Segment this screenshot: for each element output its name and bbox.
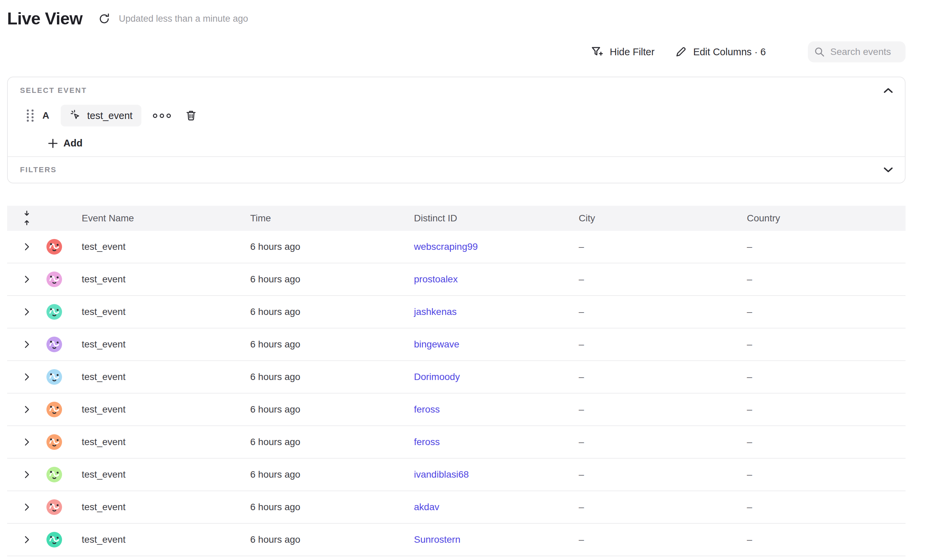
time-cell: 6 hours ago xyxy=(250,437,414,448)
expand-row-button[interactable] xyxy=(21,273,32,286)
time-cell: 6 hours ago xyxy=(250,274,414,285)
updated-text: Updated less than a minute ago xyxy=(119,14,248,24)
edit-columns-label: Edit Columns · 6 xyxy=(693,46,766,58)
chevron-right-icon xyxy=(23,372,31,382)
city-cell: – xyxy=(579,339,747,350)
chevron-right-icon xyxy=(23,438,31,446)
time-cell: 6 hours ago xyxy=(250,469,414,480)
event-row: A test_event xyxy=(20,105,895,127)
event-letter: A xyxy=(42,110,49,121)
cursor-click-icon xyxy=(69,109,82,122)
add-event-button[interactable]: Add xyxy=(48,138,82,149)
expand-row-button[interactable] xyxy=(21,403,32,416)
expand-row-button[interactable] xyxy=(21,435,32,448)
city-cell: – xyxy=(579,469,747,480)
distinct-id-link[interactable]: Dorimoody xyxy=(414,372,460,382)
event-name-cell: test_event xyxy=(82,534,250,545)
event-select-button[interactable]: test_event xyxy=(61,105,142,126)
page-title: Live View xyxy=(7,8,82,30)
avatar xyxy=(46,272,62,287)
time-cell: 6 hours ago xyxy=(250,306,414,317)
table-row: test_event 6 hours ago prostoalex – – xyxy=(7,263,905,296)
distinct-id-link[interactable]: webscraping99 xyxy=(414,242,478,252)
drag-handle[interactable] xyxy=(27,109,34,122)
distinct-id-link[interactable]: akdav xyxy=(414,502,439,512)
select-event-label: SELECT EVENT xyxy=(20,86,87,95)
chevron-right-icon xyxy=(23,405,31,414)
table-row: test_event 6 hours ago ivandiblasi68 – – xyxy=(7,458,905,491)
time-cell: 6 hours ago xyxy=(250,404,414,415)
expand-row-button[interactable] xyxy=(21,305,32,318)
event-name-cell: test_event xyxy=(82,339,250,350)
country-cell: – xyxy=(747,242,905,252)
avatar xyxy=(46,532,62,548)
avatar xyxy=(46,304,62,320)
table-row: test_event 6 hours ago feross – – xyxy=(7,426,905,458)
edit-columns-button[interactable]: Edit Columns · 6 xyxy=(674,45,766,58)
time-cell: 6 hours ago xyxy=(250,372,414,382)
time-cell: 6 hours ago xyxy=(250,242,414,252)
chevron-up-icon xyxy=(883,88,893,94)
collapse-section-button[interactable] xyxy=(882,86,895,95)
column-header-distinct-id: Distinct ID xyxy=(414,213,579,224)
avatar xyxy=(46,369,62,385)
chevron-right-icon xyxy=(23,503,31,512)
select-event-section: SELECT EVENT A test_event xyxy=(8,77,905,149)
expand-row-button[interactable] xyxy=(21,501,32,514)
city-cell: – xyxy=(579,502,747,512)
city-cell: – xyxy=(579,404,747,415)
add-button-label: Add xyxy=(63,138,82,149)
chevron-right-icon xyxy=(23,275,31,284)
expand-row-button[interactable] xyxy=(21,240,32,253)
search-input[interactable] xyxy=(830,46,899,58)
chevron-right-icon xyxy=(23,535,31,544)
refresh-icon xyxy=(98,12,111,25)
event-options-button[interactable] xyxy=(151,112,173,120)
distinct-id-link[interactable]: feross xyxy=(414,404,440,415)
chevron-right-icon xyxy=(23,340,31,349)
table-body: test_event 6 hours ago webscraping99 – –… xyxy=(7,231,905,556)
refresh-button[interactable] xyxy=(98,12,111,25)
expand-row-button[interactable] xyxy=(21,533,32,546)
filters-label: FILTERS xyxy=(20,165,57,174)
event-chip-label: test_event xyxy=(87,110,132,122)
hide-filter-button[interactable]: Hide Filter xyxy=(591,45,654,58)
ellipsis-icon xyxy=(153,114,157,118)
city-cell: – xyxy=(579,534,747,545)
expand-filters-button[interactable] xyxy=(882,165,895,174)
distinct-id-link[interactable]: ivandiblasi68 xyxy=(414,469,469,480)
city-cell: – xyxy=(579,242,747,252)
collapse-rows-button[interactable] xyxy=(22,210,31,227)
chevron-down-icon xyxy=(883,167,893,173)
table-row: test_event 6 hours ago jashkenas – – xyxy=(7,296,905,328)
distinct-id-link[interactable]: feross xyxy=(414,437,440,447)
table-row: test_event 6 hours ago feross – – xyxy=(7,394,905,426)
table-header: Event Name Time Distinct ID City Country xyxy=(7,206,905,231)
trash-icon xyxy=(185,109,197,122)
event-name-cell: test_event xyxy=(82,502,250,512)
country-cell: – xyxy=(747,339,905,350)
country-cell: – xyxy=(747,469,905,480)
query-builder-panel: SELECT EVENT A test_event xyxy=(7,77,905,183)
country-cell: – xyxy=(747,274,905,285)
country-cell: – xyxy=(747,502,905,512)
live-view-page: Live View Updated less than a minute ago… xyxy=(0,0,933,560)
expand-row-button[interactable] xyxy=(21,338,32,351)
event-name-cell: test_event xyxy=(82,372,250,382)
distinct-id-link[interactable]: bingewave xyxy=(414,339,459,349)
plus-icon xyxy=(48,138,58,148)
avatar xyxy=(46,499,62,515)
events-table: Event Name Time Distinct ID City Country… xyxy=(7,206,905,556)
delete-event-button[interactable] xyxy=(185,109,197,122)
country-cell: – xyxy=(747,404,905,415)
event-name-cell: test_event xyxy=(82,242,250,252)
distinct-id-link[interactable]: jashkenas xyxy=(414,306,457,317)
expand-row-button[interactable] xyxy=(21,468,32,481)
distinct-id-link[interactable]: Sunrostern xyxy=(414,534,460,545)
pencil-icon xyxy=(674,45,687,58)
country-cell: – xyxy=(747,372,905,382)
expand-row-button[interactable] xyxy=(21,371,32,383)
city-cell: – xyxy=(579,372,747,382)
distinct-id-link[interactable]: prostoalex xyxy=(414,274,458,285)
page-header: Live View Updated less than a minute ago xyxy=(7,8,248,30)
